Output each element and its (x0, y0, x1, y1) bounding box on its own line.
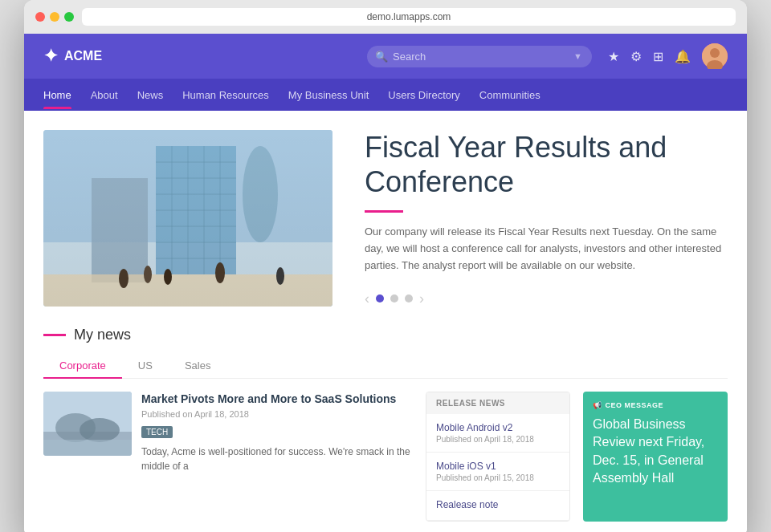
nav-item-communities[interactable]: Communities (479, 81, 541, 109)
slide-dot-1[interactable] (376, 294, 384, 303)
search-icon: 🔍 (375, 51, 388, 63)
hero-dots: ‹ › (365, 290, 728, 307)
news-info: Market Pivots More and More to SaaS Solu… (141, 392, 413, 473)
slide-dot-3[interactable] (405, 294, 413, 303)
app-header: ✦ ACME 🔍 Search ▼ ★ ⚙ ⊞ 🔔 (24, 34, 747, 79)
megaphone-icon: 📢 (593, 401, 602, 409)
news-thumb-image (43, 392, 132, 456)
nav-item-home[interactable]: Home (43, 81, 71, 109)
hero-content: Fiscal Year Results and Conference Our c… (365, 130, 728, 307)
address-bar[interactable]: demo.lumapps.com (82, 8, 736, 26)
hero-section: Fiscal Year Results and Conference Our c… (24, 111, 747, 327)
nav-item-hr[interactable]: Human Resources (182, 81, 269, 109)
logo-area: ✦ ACME (43, 46, 102, 67)
release-item-2: Mobile iOS v1 Published on April 15, 201… (426, 453, 569, 491)
avatar[interactable] (702, 43, 728, 69)
app-wrapper: ✦ ACME 🔍 Search ▼ ★ ⚙ ⊞ 🔔 (24, 34, 747, 532)
tab-us[interactable]: US (122, 353, 169, 378)
nav-item-users[interactable]: Users Directory (388, 81, 460, 109)
release-item-2-title[interactable]: Mobile iOS v1 (436, 461, 560, 472)
tab-corporate[interactable]: Corporate (43, 353, 122, 378)
news-article-tag: TECH (141, 426, 173, 438)
news-article-excerpt: Today, Acme is well-positioned for succe… (141, 445, 413, 473)
hero-description: Our company will release its Fiscal Year… (365, 224, 728, 274)
tab-sales[interactable]: Sales (169, 353, 227, 378)
nav-item-about[interactable]: About (91, 81, 118, 109)
release-news-header: RELEASE NEWS (426, 392, 569, 414)
release-item-1-title[interactable]: Mobile Android v2 (436, 422, 560, 433)
svg-rect-31 (43, 440, 132, 456)
news-card-inner: Market Pivots More and More to SaaS Solu… (43, 392, 413, 473)
svg-point-1 (710, 48, 720, 58)
my-news-section: My news Corporate US Sales (24, 327, 747, 532)
ceo-tag: 📢 CEO MESSAGE (593, 401, 718, 409)
ceo-message-text: Global Business Review next Friday, Dec.… (593, 416, 718, 488)
hero-image (43, 130, 332, 307)
release-item-1-date: Published on April 18, 2018 (436, 435, 560, 444)
url-text: demo.lumapps.com (367, 11, 451, 22)
content-grid: Market Pivots More and More to SaaS Solu… (43, 392, 728, 522)
news-card-main: Market Pivots More and More to SaaS Solu… (43, 392, 413, 522)
traffic-lights (35, 12, 74, 22)
news-article-title: Market Pivots More and More to SaaS Solu… (141, 392, 413, 406)
news-tabs: Corporate US Sales (43, 353, 728, 379)
nav-item-news[interactable]: News (137, 81, 164, 109)
section-header: My news (43, 327, 728, 343)
favorites-icon[interactable]: ★ (608, 49, 619, 64)
search-placeholder: Search (393, 51, 426, 63)
minimize-button[interactable] (50, 12, 59, 22)
app-nav: Home About News Human Resources My Busin… (24, 79, 747, 111)
nav-item-business[interactable]: My Business Unit (288, 81, 369, 109)
browser-chrome: demo.lumapps.com (24, 0, 747, 34)
logo-icon: ✦ (43, 46, 58, 67)
hero-title: Fiscal Year Results and Conference (365, 130, 728, 199)
search-dropdown-icon: ▼ (573, 51, 582, 61)
news-thumbnail (43, 392, 132, 456)
hero-divider (365, 210, 403, 213)
notifications-icon[interactable]: 🔔 (675, 49, 691, 64)
release-item-3: Realease note (426, 491, 569, 521)
release-item-1: Mobile Android v2 Published on April 18,… (426, 414, 569, 453)
settings-icon[interactable]: ⚙ (630, 49, 642, 64)
logo-text: ACME (64, 49, 102, 63)
section-title: My news (74, 327, 131, 343)
news-article-date: Published on April 18, 2018 (141, 409, 413, 419)
prev-slide-button[interactable]: ‹ (365, 290, 369, 307)
release-item-2-date: Published on April 15, 2018 (436, 473, 560, 482)
avatar-image (702, 43, 728, 69)
next-slide-button[interactable]: › (419, 290, 424, 307)
section-accent (43, 334, 66, 336)
header-icons: ★ ⚙ ⊞ 🔔 (608, 43, 728, 69)
ceo-tag-label: CEO MESSAGE (606, 401, 664, 409)
release-news-panel: RELEASE NEWS Mobile Android v2 Published… (426, 392, 570, 522)
search-bar[interactable]: 🔍 Search ▼ (367, 46, 592, 67)
maximize-button[interactable] (64, 12, 74, 22)
grid-icon[interactable]: ⊞ (653, 49, 663, 64)
svg-rect-26 (43, 130, 332, 307)
slide-dot-2[interactable] (390, 294, 398, 303)
ceo-message-panel: 📢 CEO MESSAGE Global Business Review nex… (583, 392, 728, 522)
release-item-3-title[interactable]: Realease note (436, 499, 560, 510)
svg-point-30 (80, 418, 120, 442)
close-button[interactable] (35, 12, 45, 22)
hero-image-svg (43, 130, 332, 307)
browser-window: demo.lumapps.com ✦ ACME 🔍 Search ▼ ★ ⚙ ⊞… (24, 0, 747, 532)
